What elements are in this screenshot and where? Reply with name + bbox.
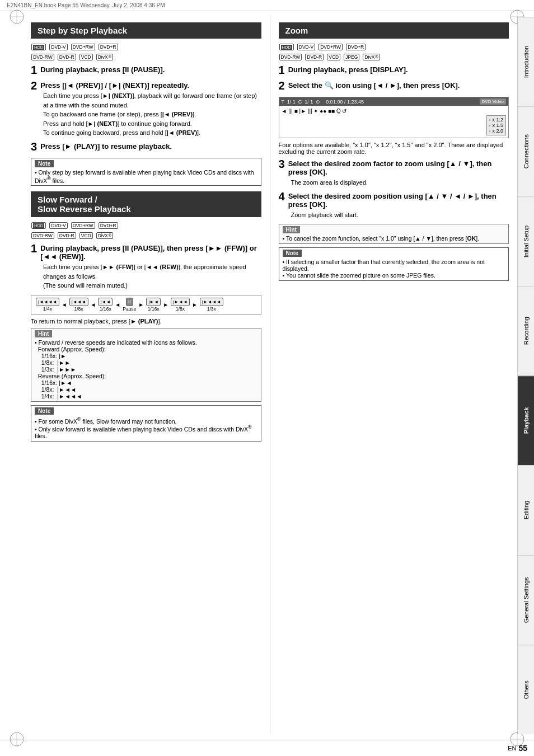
header-text: E2N41BN_EN.book Page 55 Wednesday, July … [7,2,165,8]
tab-introduction[interactable]: Introduction [518,17,534,106]
right-content: Zoom HDD DVD-V DVD+RW DVD+R DVD-RW DVD-R… [270,17,518,734]
slow-forward-title: Slow Forward / Slow Reverse Playback [31,191,261,217]
zoom-step3-body: The zoom area is displayed. [291,178,509,187]
device-dvdv: DVD-V [49,44,67,50]
zoom-step4-title: Select the desired zoom position using [… [279,192,509,209]
zoom-devices2: DVD-RW DVD-R VCD JPEG DivX® [279,53,509,61]
device-vcd: VCD [79,54,93,60]
step1-title: During playback, press [II (PAUSE)]. [31,65,261,74]
tab-recording[interactable]: Recording [518,286,534,375]
page-header: E2N41BN_EN.book Page 55 Wednesday, July … [0,0,534,11]
zoom-step1: 1 During playback, press [DISPLAY]. [279,65,509,77]
zoom-step2-title: Select the 🔍 icon using [◄ / ►], then pr… [279,81,509,90]
step-by-step-devices2: DVD-RW DVD-R VCD DivX® [31,53,261,61]
zoom-step3-title: Select the desired zoom factor to zoom u… [279,159,509,176]
tab-editing[interactable]: Editing [518,465,534,555]
device-dvdprw: DVD+RW [71,44,95,50]
zoom-title: Zoom [279,22,509,39]
step3-title: Press [► (PLAY)] to resume playback. [31,142,261,151]
slow-step1-body: Each time you press [►► (FFW)] or [◄◄ (R… [43,262,261,290]
step2-title: Press [|◄ (PREV)] / [►| (NEXT)] repeated… [31,81,261,90]
tab-general-settings[interactable]: General Settings [518,555,534,645]
zoom-step3: 3 Select the desired zoom factor to zoom… [279,159,509,187]
zoom-hint-box: Hint • To cancel the zoom function, sele… [279,224,509,244]
slow-forward-devices2: DVD-RW DVD-R VCD DivX® [31,232,261,240]
page-footer: EN 55 [0,740,534,756]
zoom-step4: 4 Select the desired zoom position using… [279,192,509,220]
slow-note-box: Note • For some DivX® files, Slow forwar… [31,405,261,442]
step-by-step-note: Note • Only step by step forward is avai… [31,158,261,186]
zoom-step1-title: During playback, press [DISPLAY]. [279,65,509,74]
tab-initial-setup[interactable]: Initial Setup [518,196,534,286]
tab-connections[interactable]: Connections [518,106,534,196]
tab-others[interactable]: Others [518,645,534,734]
zoom-devices: HDD DVD-V DVD+RW DVD+R [279,43,509,51]
device-dvdrw: DVD-RW [31,54,54,60]
step1-block: 1 During playback, press [II (PAUSE)]. [31,65,261,77]
slow-hint-box: Hint • Forward / reverse speeds are indi… [31,328,261,402]
slow-step1-title: During playback, press [II (PAUSE)], the… [31,244,261,261]
device-hdd: HDD [31,44,46,50]
zoom-hint-text: • To cancel the zoom function, select "x… [283,235,505,242]
device-dvdpr: DVD+R [99,44,118,50]
zoom-description: Four options are available, "x 1.0", "x … [279,142,509,155]
step-by-step-section: Step by Step Playback HDD DVD-V DVD+RW D… [31,22,261,186]
corner-mark-tl [8,8,25,25]
corner-mark-bl [8,731,25,748]
slow-forward-section: Slow Forward / Slow Reverse Playback HDD… [31,191,261,442]
zoom-section: Zoom HDD DVD-V DVD+RW DVD+R DVD-RW DVD-R… [279,22,509,281]
slow-forward-devices: HDD DVD-V DVD+RW DVD+R [31,222,261,229]
step-by-step-title: Step by Step Playback [31,22,261,39]
device-dvdr: DVD-R [58,54,76,60]
device-divx: DivX® [96,54,113,60]
zoom-note-box: Note • If selecting a smaller factor tha… [279,247,509,281]
right-sidebar: Introduction Connections Initial Setup R… [517,17,534,734]
return-to-normal: To return to normal playback, press [► (… [31,318,261,325]
zoom-options: ◦ x 1.2 ◦ x 1.5 ◦ x 2.0 [486,115,506,135]
zoom-step4-body: Zoom playback will start. [291,210,509,220]
page-container: E2N41BN_EN.book Page 55 Wednesday, July … [0,0,534,756]
slow-note-text: • For some DivX® files, Slow forward may… [35,416,257,439]
zoom-display: T 1/ 1 C 1/ 1 ⊙ 0:01:00 / 1:23:45 DVD Vi… [279,97,509,138]
step2-body: Each time you press [►| (NEXT)], playbac… [43,91,261,138]
step2-block: 2 Press [|◄ (PREV)] / [►| (NEXT)] repeat… [31,81,261,138]
step-by-step-devices: HDD DVD-V DVD+RW DVD+R [31,43,261,51]
speed-diagram: |◄◄◄◄ 1/4x ◄ |◄◄◄ 1/8x ◄ |◄◄ 1/16x ◄ [31,295,261,314]
main-layout: Step by Step Playback HDD DVD-V DVD+RW D… [0,11,534,740]
zoom-note-text: • If selecting a smaller factor than tha… [283,259,505,279]
left-content: Step by Step Playback HDD DVD-V DVD+RW D… [0,17,270,734]
slow-step1-block: 1 During playback, press [II (PAUSE)], t… [31,244,261,290]
step-by-step-note-text: • Only step by step forward is available… [35,169,257,184]
step3-block: 3 Press [► (PLAY)] to resume playback. [31,142,261,153]
zoom-step2: 2 Select the 🔍 icon using [◄ / ►], then … [279,81,509,92]
slow-hint-text: • Forward / reverse speeds are indicated… [35,339,257,400]
tab-playback[interactable]: Playback [518,375,534,465]
